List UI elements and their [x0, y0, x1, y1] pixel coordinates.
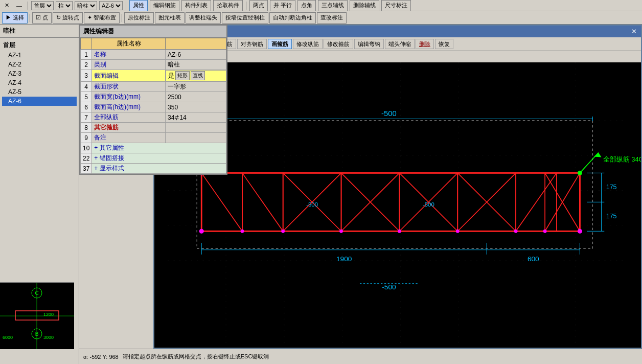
- btn-restore[interactable]: 恢复: [435, 39, 453, 49]
- layer-select-2[interactable]: 柱: [56, 1, 73, 10]
- window-close-btn[interactable]: ✕: [2, 1, 12, 10]
- svg-text:-500: -500: [382, 283, 396, 291]
- prop-row-8[interactable]: 8 其它箍筋: [81, 123, 226, 133]
- sep5: [122, 14, 122, 22]
- sep3: [246, 2, 246, 10]
- layer-select-3[interactable]: 暗柱: [75, 1, 97, 10]
- btn-end-stretch[interactable]: 端头伸缩: [385, 39, 415, 49]
- tool-check-mark[interactable]: 查改标注: [317, 12, 347, 24]
- window-minimize-btn[interactable]: —: [14, 2, 25, 10]
- svg-text:C: C: [35, 290, 38, 296]
- tree-item-az6[interactable]: AZ-6: [2, 97, 77, 106]
- tool-select[interactable]: ▶ 选择: [2, 12, 28, 24]
- coords-display: α: -592 Y: 968: [83, 354, 119, 360]
- left-panel-title: 暗柱: [0, 25, 79, 38]
- col-num: [81, 38, 92, 50]
- btn-modify-stirrup[interactable]: 修改箍筋: [324, 39, 353, 49]
- tool-rotate-point[interactable]: ↻ 旋转点: [53, 12, 83, 24]
- prop-table: 属性名称 1 名称 AZ-6 2 类别 暗柱: [80, 38, 226, 174]
- tool-adjust-head[interactable]: 调整柱端头: [186, 12, 221, 24]
- tool-auto-judge[interactable]: 自动判断边角柱: [269, 12, 316, 24]
- svg-text:全部纵筋 34C14: 全部纵筋 34C14: [603, 156, 641, 163]
- svg-text:600: 600: [528, 255, 539, 263]
- toolbar2: ▶ 选择 ☑ 点 ↻ 旋转点 ✦ 智能布置 原位标注 图元柱表 调整柱端头 按墙…: [0, 11, 642, 25]
- layer-select-1[interactable]: 首层: [31, 1, 54, 10]
- prop-row-5[interactable]: 5 截面宽(b边)(mm) 2500: [81, 92, 226, 102]
- prop-row-2[interactable]: 2 类别 暗柱: [81, 60, 226, 70]
- left-panel: 暗柱 首层 AZ-1 AZ-2 AZ-3 AZ-4 AZ-5 AZ-6 C B: [0, 25, 79, 364]
- svg-point-57: [281, 230, 285, 233]
- btn-edit-hook[interactable]: 编辑弯钩: [354, 39, 384, 49]
- tool-delete-aux[interactable]: 删除辅线: [350, 0, 379, 11]
- status-text: 请指定起点所在纵筋或网格交点，按右键终止或ESC键取消: [123, 353, 269, 360]
- sep4: [30, 14, 30, 22]
- svg-point-55: [578, 229, 582, 234]
- prop-row-9[interactable]: 9 备注: [81, 133, 226, 143]
- main-area: 暗柱 首层 AZ-1 AZ-2 AZ-3 AZ-4 AZ-5 AZ-6 C B: [0, 25, 642, 364]
- tool-dimension[interactable]: 尺寸标注: [381, 0, 411, 11]
- col-key: 属性名称: [92, 38, 166, 50]
- tree-item-az4[interactable]: AZ-4: [2, 78, 77, 87]
- tree-item-az3[interactable]: AZ-3: [2, 69, 77, 78]
- svg-point-60: [456, 230, 460, 233]
- btn-delete[interactable]: 删除: [416, 39, 434, 49]
- tab-properties[interactable]: 属性: [129, 0, 148, 11]
- svg-point-59: [398, 230, 401, 233]
- sep2: [126, 2, 126, 10]
- top-toolbar: ✕ — 首层 柱 暗柱 AZ-6 属性 编辑钢筋 构件列表 拾取构件 两点 并 …: [0, 0, 642, 11]
- tool-three-point-aux[interactable]: 三点辅线: [318, 0, 348, 11]
- bottom-canvas: C B 1200 6000 3000: [0, 282, 74, 349]
- svg-text:1900: 1900: [336, 255, 352, 263]
- tool-two-points[interactable]: 两点: [249, 0, 268, 11]
- status-bar: α: -592 Y: 968 请指定起点所在纵筋或网格交点，按右键终止或ESC键…: [79, 349, 642, 364]
- btn-align-rebar[interactable]: 对齐钢筋: [237, 39, 267, 49]
- section-dialog-close[interactable]: ✕: [631, 28, 637, 35]
- prop-row-3[interactable]: 3 截面编辑 是 矩形直线: [81, 70, 226, 82]
- svg-text:-500: -500: [306, 201, 318, 208]
- tree-item-az2[interactable]: AZ-2: [2, 60, 77, 69]
- edit-section-line-btn[interactable]: 直线: [191, 71, 205, 80]
- prop-row-37[interactable]: 37 + 显示样式: [81, 164, 226, 174]
- tool-element-table[interactable]: 图元柱表: [155, 12, 185, 24]
- prop-row-22[interactable]: 22 + 锚固搭接: [81, 153, 226, 164]
- svg-text:-500: -500: [423, 201, 434, 208]
- svg-text:175: 175: [606, 184, 617, 191]
- tool-smart-layout[interactable]: ✦ 智能布置: [84, 12, 120, 24]
- sep1: [28, 2, 28, 10]
- svg-text:B: B: [35, 331, 39, 337]
- btn-modify-long-rebar[interactable]: 修改纵筋: [293, 39, 323, 49]
- tool-original-mark[interactable]: 原位标注: [124, 12, 154, 24]
- svg-text:6000: 6000: [3, 335, 13, 340]
- prop-row-6[interactable]: 6 截面高(h边)(mm) 350: [81, 102, 226, 112]
- tool-point-angle[interactable]: 点角: [297, 0, 316, 11]
- tab-component-list[interactable]: 构件列表: [181, 0, 211, 11]
- tool-parallel[interactable]: 并 平行: [270, 0, 295, 11]
- svg-point-62: [543, 230, 547, 233]
- svg-point-61: [514, 230, 518, 233]
- tool-point[interactable]: ☑ 点: [32, 12, 52, 24]
- tree-item-az1[interactable]: AZ-1: [2, 51, 77, 60]
- layer-select-4[interactable]: AZ-6: [99, 1, 123, 10]
- svg-point-54: [199, 229, 204, 234]
- tree-item-header[interactable]: 首层: [2, 40, 77, 51]
- edit-section-btn[interactable]: 矩形: [175, 71, 190, 80]
- prop-panel: 属性编辑器 属性名称 1 名称 AZ-6 2: [79, 25, 227, 175]
- tree-item-az5[interactable]: AZ-5: [2, 87, 77, 97]
- center-area: 属性编辑器 属性名称 1 名称 AZ-6 2: [79, 25, 642, 364]
- prop-row-1[interactable]: 1 名称 AZ-6: [81, 50, 226, 60]
- prop-row-7[interactable]: 7 全部纵筋 34⊄14: [81, 112, 226, 123]
- svg-point-58: [339, 230, 343, 233]
- tab-edit-rebar[interactable]: 编辑钢筋: [150, 0, 179, 11]
- svg-text:1200: 1200: [43, 312, 54, 317]
- svg-text:175: 175: [606, 213, 617, 220]
- prop-panel-title: 属性编辑器: [80, 26, 226, 38]
- tool-draw-by-wall[interactable]: 按墙位置经制柱: [222, 12, 268, 24]
- prop-row-4[interactable]: 4 截面形状 一字形: [81, 82, 226, 92]
- svg-text:-500: -500: [381, 109, 397, 118]
- col-val: [166, 38, 226, 50]
- prop-row-10[interactable]: 10 + 其它属性: [81, 143, 226, 153]
- tab-pick-component[interactable]: 拾取构件: [213, 0, 243, 11]
- svg-text:3000: 3000: [43, 335, 54, 340]
- svg-point-56: [241, 230, 244, 233]
- btn-draw-stirrup[interactable]: 画箍筋: [268, 39, 292, 49]
